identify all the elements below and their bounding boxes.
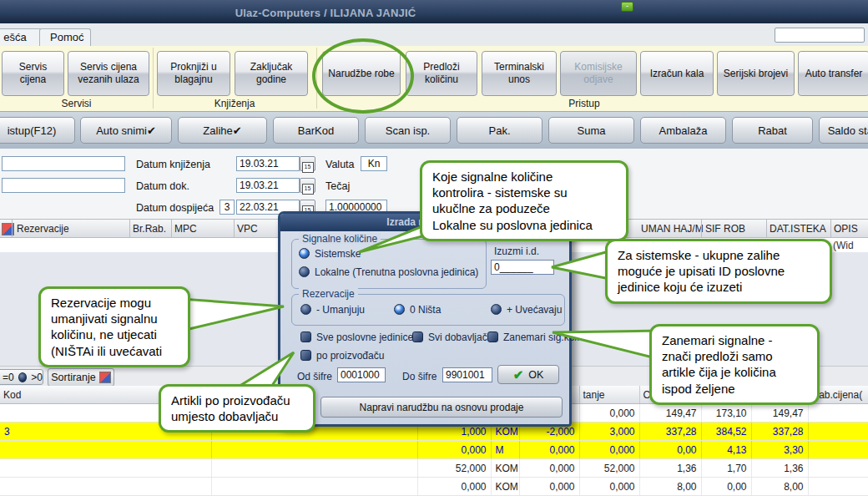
column-rezervacije[interactable]: Rezervacije [17, 223, 69, 235]
radio-umanjuju-label[interactable]: - Umanjuju [316, 304, 365, 316]
column-br-rab[interactable]: Br.Rab. [133, 223, 166, 235]
radio-nista[interactable] [394, 304, 405, 315]
ribbon-button-servis-cijena-vezanih[interactable]: Servis cijena vezanih ulaza [68, 51, 149, 96]
datum-knjizenja-input[interactable]: 19.03.21 [236, 156, 300, 171]
checkbox-zanemari[interactable] [487, 332, 498, 342]
do-sifre-label: Do šifre [402, 371, 437, 382]
ok-button[interactable]: ✔ OK [497, 365, 559, 384]
check-icon: ✔ [513, 367, 524, 382]
table-row[interactable]: 52,000KOM 0,00052,000 1,361,70 1,36 [0, 459, 868, 478]
sort-label: Sortiranje [51, 372, 96, 383]
napravi-narudzbu-button[interactable]: Napravi narudžbu na osnovu prodaje [320, 397, 563, 418]
label-datum-dok: Datum dok. [136, 180, 189, 192]
radio-sistemske-label[interactable]: Sistemske [315, 248, 361, 260]
checkbox-zanemari-label[interactable]: Zanemari sig.kol. [503, 332, 579, 343]
callout-signal-quantities: Koje signalne količine kontrolira - sist… [420, 160, 628, 241]
toolbar-button-ambalaza[interactable]: Ambalaža [640, 117, 726, 144]
radio-uvecavaju-label[interactable]: + Uvećavaju [507, 304, 562, 316]
checkbox-sve-poslovne-label[interactable]: Sve poslovne jedinice [316, 332, 413, 343]
ribbon-button-servis-cijena[interactable]: Servis cijena [2, 51, 64, 96]
toolbar-button-auto-snimi[interactable]: Auto snimi✔ [80, 117, 172, 144]
table-row-selected[interactable]: 0,000M 0,0000,000 0,004,13 3,30 [0, 441, 868, 459]
opis-cell: (Wid [833, 240, 854, 251]
ribbon-button-serijski[interactable]: Serijski brojevi [717, 51, 795, 96]
annotation-ellipse [312, 38, 414, 114]
ribbon-button-auto-transfer[interactable]: Auto transfer [798, 51, 868, 96]
sort-icon [99, 372, 111, 383]
radio-nista-label[interactable]: 0 Ništa [410, 304, 441, 316]
ribbon-button-komisijske: Komisijske odjave [560, 51, 637, 96]
tab-izvjesca[interactable]: ešća [0, 28, 42, 46]
checkbox-po-proizvodjacu-label[interactable]: po proizvođaču [316, 350, 384, 362]
od-sifre-label: Od šifre [297, 371, 332, 382]
column-mpc[interactable]: MPC [174, 223, 197, 235]
callout-rezervacije: Rezervacije mogu umanjivati signalnu kol… [38, 286, 190, 367]
calendar-icon[interactable]: 15 [300, 178, 315, 193]
ribbon-button-terminalski[interactable]: Terminalski unos [482, 51, 557, 96]
minimize-button[interactable]: - [621, 2, 633, 12]
partner-field-2[interactable] [2, 178, 125, 193]
toolbar-button-saldo[interactable]: Saldo stavl [819, 117, 868, 144]
toolbar-button-suma[interactable]: Suma [548, 117, 634, 144]
column-opis[interactable]: OPIS [834, 223, 858, 235]
filter-radio[interactable] [18, 372, 28, 382]
callout-izuzmi-id: Za sistemske - ukupne zalihe moguće je u… [605, 239, 832, 304]
ribbon-group-servisi: Servisi [0, 98, 153, 110]
ribbon: Servis cijena Servis cijena vezanih ulaz… [0, 46, 868, 112]
izrada-narudzbe-dialog: Izrada narudžbe Signalne količine Sistem… [278, 211, 572, 427]
window-title: Ulaz-Computers / ILIJANA JANJIĆ [0, 7, 651, 19]
column-sif-rob[interactable]: SIF ROB [705, 223, 745, 235]
ribbon-button-zakljucak[interactable]: Zaključak godine [235, 51, 308, 96]
stock-filter-group[interactable]: =0 >0 [0, 369, 43, 385]
checkbox-svi-dobavljaci[interactable] [412, 332, 423, 342]
radio-umanjuju[interactable] [300, 304, 311, 315]
menu-bar: ešća Pomoć [0, 23, 868, 47]
izuzmi-label: Izuzmi i.d. [494, 245, 539, 257]
checkbox-svi-dobavljaci-label[interactable]: Svi dobavljači [428, 332, 489, 343]
app-window: Ulaz-Computers / ILIJANA JANJIĆ - ešća P… [0, 0, 868, 496]
radio-lokalne-label[interactable]: Lokalne (Trenutna poslovna jedinica) [315, 266, 478, 278]
column-dat-isteka[interactable]: DAT.ISTEKA [770, 223, 826, 235]
toolbar-button-barkod[interactable]: BarKod [273, 117, 359, 144]
title-bar: Ulaz-Computers / ILIJANA JANJIĆ - [0, 0, 868, 23]
toolbar-button-pak[interactable]: Pak. [457, 117, 542, 144]
table-row[interactable]: 0,000KOM 0,0000,000 8,000,00 8,00 [0, 478, 868, 496]
filter-eq-zero[interactable]: =0 [3, 372, 14, 383]
radio-sistemske[interactable] [299, 248, 310, 259]
filter-gt-zero[interactable]: >0 [31, 372, 43, 383]
label-valuta: Valuta [326, 159, 355, 170]
toolbar-button-pristup-f12[interactable]: istup(F12) [0, 117, 75, 144]
izuzmi-input[interactable]: 0______ [491, 260, 554, 275]
label-tecaj: Tečaj [326, 180, 350, 192]
tab-pomoc[interactable]: Pomoć [39, 28, 91, 46]
radio-lokalne[interactable] [299, 266, 310, 277]
partner-field-1[interactable] [2, 156, 125, 171]
toolbar: istup(F12) Auto snimi✔ Zalihe✔ BarKod Sc… [0, 111, 868, 149]
ribbon-group-knjizenja: Knjiženja [153, 98, 316, 110]
do-sifre-input[interactable]: 9901001 [442, 367, 492, 382]
valuta-input[interactable]: Kn [361, 156, 387, 171]
signalne-kolicine-group: Signalne količine [291, 239, 487, 289]
group-label: Signalne količine [299, 233, 381, 245]
sort-button[interactable]: Sortiranje [48, 368, 114, 387]
calendar-icon[interactable]: 15 [300, 156, 315, 171]
ribbon-button-izracun-kala[interactable]: Izračun kala [640, 51, 714, 96]
column-vpc[interactable]: VPC [237, 223, 258, 235]
search-input[interactable] [775, 28, 865, 43]
checkbox-po-proizvodjacu[interactable] [300, 350, 311, 361]
ribbon-button-proknjizi[interactable]: Proknjiži u blagajnu [157, 51, 230, 96]
dospijece-offset-input[interactable]: 3 [220, 200, 235, 215]
column-fragment: UMAN HAJ/M [641, 223, 704, 235]
col-stanje[interactable]: tanje [579, 386, 639, 404]
radio-uvecavaju[interactable] [491, 304, 502, 315]
toolbar-button-scan-isp[interactable]: Scan isp. [365, 117, 451, 144]
callout-artikli: Artikli po proizvođaču umjesto dobavljač… [159, 384, 315, 433]
od-sifre-input[interactable]: 0001000 [337, 367, 386, 382]
toolbar-button-zalihe[interactable]: Zalihe✔ [178, 117, 267, 144]
group-label: Rezervacije [299, 288, 358, 300]
toolbar-button-rabat[interactable]: Rabat [732, 117, 813, 144]
checkbox-sve-poslovne[interactable] [300, 332, 311, 342]
datum-dok-input[interactable]: 19.03.21 [236, 178, 300, 193]
ribbon-button-predlozi[interactable]: Predloži količinu [406, 51, 477, 96]
callout-zanemari: Zanemari signalne - znači predloži samo … [649, 324, 820, 405]
